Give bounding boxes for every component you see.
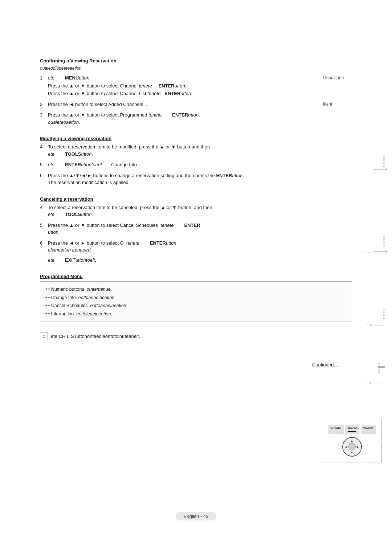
step-number-2: 2 [40, 101, 48, 108]
confirming-steps: 1 ete MENUutton. Press the ▲ or ▼ button… [40, 74, 352, 126]
step-2-content: Press the ◄ button to select Added Chann… [48, 101, 352, 108]
remote-diagram: CH LIST MENU▬▬▬ W.LINK ▲ ▼ ◄ ► [322, 419, 382, 462]
section-modifying: Modifying a viewing reservation 4 To sel… [40, 136, 352, 186]
step-number-4-can: 4 [40, 204, 48, 211]
programmed-menu-box: • Numeric buttons ouaentenue. • Change I… [40, 281, 352, 322]
step-4-can: 4 To select a reservation item to be can… [40, 204, 352, 218]
menu-button: MENU▬▬▬ [346, 425, 359, 434]
step-5-can-content: Press the ▲ or ▼ button to select Cancel… [48, 222, 352, 236]
step-number-6-can: 6 [40, 240, 48, 247]
step-1-content: ete MENUutton. Press the ▲ or ▼ button t… [48, 74, 352, 97]
side-dots-2 [383, 236, 385, 246]
step-6-mod-content: Press the ▲/▼/◄/► buttons to change a re… [48, 172, 352, 186]
step-1-line-3: Press the ▲ or ▼ button to select Channe… [48, 90, 192, 97]
step-3-content: Press the ▲ or ▼ button to select Progra… [48, 111, 352, 126]
section-canceling: Canceling a reservation 4 To select a re… [40, 196, 352, 264]
section-confirming: Confirming a Viewing Reservation ouaieod… [40, 58, 352, 126]
step-4-mod: 4 To select a reservation item to be mod… [40, 143, 352, 158]
bullet-item-2: • Change Info eettoaeaeineetion. [45, 294, 347, 302]
step-number-5-can: 5 [40, 222, 48, 229]
step-number-4-mod: 4 [40, 143, 48, 151]
canceling-steps: 4 To select a reservation item to be can… [40, 204, 352, 264]
step-3: 3 Press the ▲ or ▼ button to select Prog… [40, 111, 352, 126]
step-number-5-mod: 5 [40, 161, 48, 168]
step-2-right-label: itlent [323, 101, 352, 107]
section-title-confirming: Confirming a Viewing Reservation [40, 58, 352, 64]
remote-top-buttons: CH LIST MENU▬▬▬ W.LINK [328, 425, 376, 434]
step-5-can: 5 Press the ▲ or ▼ button to select Canc… [40, 222, 352, 236]
step-5-mod: 5 ete ENTERuttontoeet Change Info . [40, 161, 352, 168]
page-footer: English - 43 [0, 512, 392, 520]
step-1-line-1: ete MENUutton. [48, 74, 192, 82]
step-1-line-2: Press the ▲ or ▼ button to select Channe… [48, 82, 192, 90]
step-4-mod-content: To select a reservation item to be modif… [48, 143, 352, 158]
step-2: 2 Press the ◄ button to select Added Cha… [40, 101, 352, 108]
ch-list-button: CH LIST [328, 425, 344, 434]
section-title-modifying: Modifying a viewing reservation [40, 136, 352, 141]
step-6-can-content: Press the ◄ or ► button to select O tene… [48, 240, 352, 264]
progress-bar-4: --+ - [362, 381, 387, 385]
section-programmed-menu: Programmed Menu • Numeric buttons ouaent… [40, 274, 352, 322]
section-subtitle-confirming: ouaieodiodeeteaetion. [40, 66, 352, 71]
page-number: English - 43 [176, 512, 217, 520]
side-dots-1 [383, 156, 385, 167]
step-4-can-content: To select a reservation item to be cance… [48, 204, 352, 218]
step-1: 1 ete MENUutton. Press the ▲ or ▼ button… [40, 74, 352, 97]
step-number-6-mod: 6 [40, 172, 48, 179]
step-number-3: 3 [40, 111, 48, 119]
bottom-note-text: ete CH LISTuttononteeoieontotoinuteaneit… [51, 334, 140, 339]
programmed-menu-title: Programmed Menu [40, 274, 352, 279]
bullet-item-1: • Numeric buttons ouaentenue. [45, 285, 347, 294]
continued-label: Continued... [40, 362, 352, 367]
wlink-button: W.LINK [361, 425, 376, 434]
step-5-mod-content: ete ENTERuttontoeet Change Info . [48, 161, 352, 168]
step-6-mod: 6 Press the ▲/▼/◄/► buttons to change a … [40, 172, 352, 186]
bottom-note: ⊡ ete CH LISTuttononteeoieontotoinuteane… [40, 332, 352, 340]
note-icon: ⊡ [40, 332, 48, 340]
step-6-can: 6 Press the ◄ or ► button to select O te… [40, 240, 352, 264]
step-1-right-label: CeadCane [323, 74, 352, 81]
bullet-item-3: • Cancel Schedules eettoaeaeineetion. [45, 302, 347, 310]
step-number-1: 1 [40, 74, 48, 82]
side-dots-4 [378, 363, 385, 373]
section-title-canceling: Canceling a reservation [40, 196, 352, 202]
modifying-steps: 4 To select a reservation item to be mod… [40, 143, 352, 186]
progress-bar-3: --+ - [362, 323, 387, 327]
progress-bar-1: --- [365, 167, 387, 171]
side-dots-3 [383, 309, 385, 319]
progress-bar-2: --- [365, 250, 387, 254]
bullet-item-4: • Information eettoieaeineetion. [45, 310, 347, 318]
remote-circle: ▲ ▼ ◄ ► [342, 437, 362, 457]
